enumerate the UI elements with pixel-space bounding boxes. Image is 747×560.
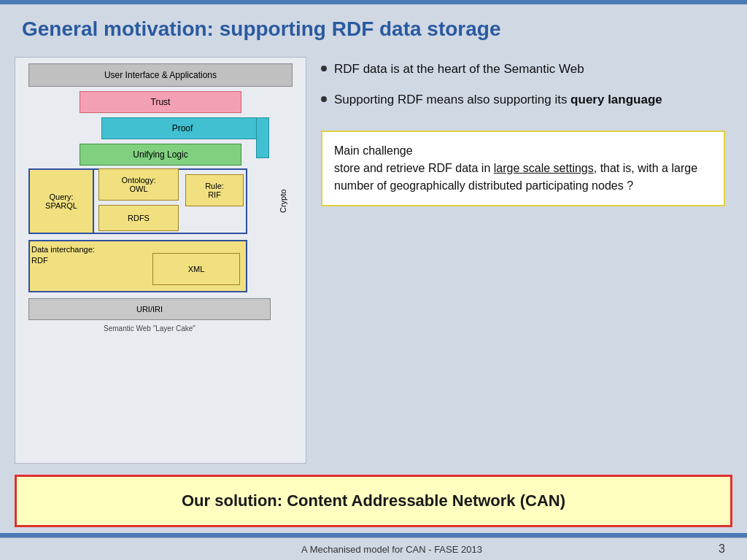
title-area: General motivation: supporting RDF data … [0,4,747,50]
layer-proof: Proof [101,117,263,139]
layer-rdfs: RDFS [98,205,179,231]
bullet-text-1: RDF data is at the heart of the Semantic… [334,61,584,78]
bullet-list: RDF data is at the heart of the Semantic… [321,61,725,122]
layer-uri: URI/IRI [28,298,271,320]
footer-page-number: 3 [689,542,725,556]
footer-center: A Mechanised model for CAN - FASE 2013 [95,544,689,555]
bullet-text-2: Supporting RDF means also supporting its… [334,91,662,109]
solution-area: Our solution: Content Addressable Networ… [0,471,747,533]
layer-ontology: Ontology:OWL [98,168,179,201]
solution-box: Our solution: Content Addressable Networ… [15,475,732,527]
layer-xml: XML [152,253,240,285]
bullet-dot-1 [321,66,327,71]
challenge-box: Main challenge store and retrieve RDF da… [321,131,725,206]
layer-trust: Trust [80,91,241,113]
bullet-item-1: RDF data is at the heart of the Semantic… [321,61,725,78]
slide: General motivation: supporting RDF data … [0,0,747,560]
layer-unifying: Unifying Logic [80,144,241,166]
bullet-dot-2 [321,96,327,102]
challenge-underline: large scale settings [494,162,594,174]
bullet-item-2: Supporting RDF means also supporting its… [321,91,725,109]
layer-query: Query:SPARQL [28,168,94,234]
footer: A Mechanised model for CAN - FASE 2013 3 [0,537,747,560]
diagram-container: User Interface & Applications Trust Proo… [15,57,306,464]
layer-data-text: Data interchange:RDF [31,244,95,267]
slide-title: General motivation: supporting RDF data … [22,18,725,41]
layer-ui: User Interface & Applications [28,63,293,87]
content-area: User Interface & Applications Trust Proo… [0,50,747,471]
proof-ext [256,117,269,158]
diagram-inner: User Interface & Applications Trust Proo… [21,63,300,370]
layer-rule: Rule:RIF [185,174,244,206]
layer-semantic-label: Semantic Web "Layer Cake" [28,324,271,332]
crypto-label: Crypto [272,168,294,234]
solution-text: Our solution: Content Addressable Networ… [182,491,565,510]
right-content: RDF data is at the heart of the Semantic… [321,57,725,464]
